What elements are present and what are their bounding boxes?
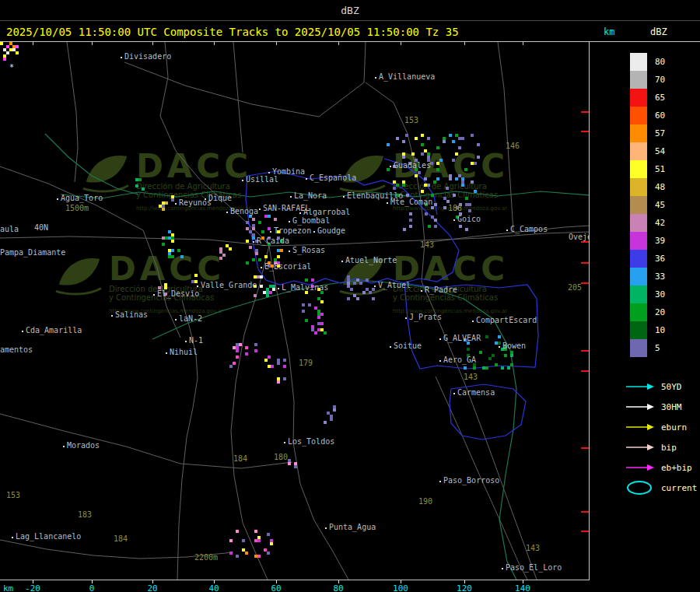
place-label: Aero_GA bbox=[443, 356, 476, 364]
legend-item: current bbox=[625, 478, 697, 498]
town-marker bbox=[387, 202, 388, 204]
place-label: La_Nora bbox=[294, 192, 327, 200]
town-marker bbox=[153, 294, 155, 296]
colorbar-value: 42 bbox=[655, 218, 665, 228]
current-ellipse-icon bbox=[625, 479, 655, 496]
legend-item: 30HM bbox=[625, 397, 697, 417]
colorbar-swatch bbox=[630, 71, 647, 89]
top-axis-tick bbox=[92, 42, 93, 45]
colorbar-value: 51 bbox=[655, 164, 665, 174]
colorbar-swatch bbox=[630, 53, 647, 71]
road-number-label: 184 bbox=[114, 535, 128, 543]
radar-map-canvas[interactable]: DACCDirección de Agriculturay Contingenc… bbox=[0, 42, 590, 580]
road-number-label: 190 bbox=[418, 498, 432, 506]
place-label: Paso_Borroso bbox=[443, 477, 499, 485]
road-number-label: 153 bbox=[6, 492, 20, 499]
range-tick-red bbox=[581, 262, 589, 264]
map-label-layer: *DivisaderoA_VillanuevaAgua_ToroReyunosD… bbox=[0, 42, 589, 580]
place-label: L_Malvinas bbox=[282, 284, 328, 292]
colorbar-value: 30 bbox=[655, 289, 665, 300]
colorbar-swatch bbox=[630, 268, 647, 285]
place-label: Morados bbox=[67, 442, 100, 450]
place-label: Lag_Llancanelo bbox=[16, 533, 81, 541]
road-number-label: 184 bbox=[233, 455, 247, 463]
range-tick-red bbox=[581, 111, 589, 113]
colorbar-value: 48 bbox=[655, 182, 665, 192]
x-axis-label: 20 bbox=[147, 583, 157, 592]
road-number-label: 146 bbox=[506, 142, 520, 150]
legend-item: eburn bbox=[625, 417, 697, 437]
colorbar-level: 20 bbox=[630, 303, 665, 321]
place-label: Soitue bbox=[394, 342, 422, 350]
place-label: aula bbox=[0, 226, 19, 233]
title-bar: 2025/10/05 11:50:00 UTC Composite Tracks… bbox=[0, 22, 700, 42]
place-label: G_bombal bbox=[292, 217, 330, 225]
town-marker bbox=[390, 346, 391, 348]
place-label: Usillal bbox=[246, 176, 278, 184]
town-marker bbox=[499, 346, 500, 348]
x-axis-label: -20 bbox=[25, 583, 40, 592]
place-label: Atuel_Norte bbox=[345, 257, 397, 264]
legend-item: eb+bip bbox=[625, 457, 697, 478]
place-label: N-1 bbox=[189, 337, 203, 345]
place-label: C_Española bbox=[310, 174, 356, 182]
town-marker bbox=[289, 250, 290, 252]
top-axis-tick bbox=[523, 42, 523, 45]
town-marker bbox=[175, 203, 177, 205]
place-label: Bowen bbox=[502, 342, 526, 350]
place-label: Nihuil bbox=[170, 349, 198, 356]
town-marker bbox=[270, 231, 271, 233]
town-marker bbox=[439, 338, 441, 340]
town-marker bbox=[390, 166, 391, 167]
place-label: S_Rosas bbox=[292, 247, 325, 254]
legend-label: current bbox=[661, 483, 697, 493]
colorbar-swatch bbox=[630, 160, 647, 178]
colorbar-value: 57 bbox=[655, 128, 665, 138]
range-tick-red bbox=[581, 282, 589, 284]
range-tick-red bbox=[581, 350, 589, 352]
x-axis-label: 100 bbox=[393, 583, 408, 592]
colorbar-value: 39 bbox=[655, 236, 665, 246]
range-tick-red bbox=[581, 531, 589, 532]
place-label: CompartEscard bbox=[476, 317, 537, 324]
road-number-label: 1500m bbox=[65, 205, 89, 212]
road-number-label: 143 bbox=[526, 545, 540, 552]
colorbar-swatch bbox=[630, 303, 647, 321]
dbz-colorbar: 807065605754514845423936333020105 bbox=[630, 53, 665, 357]
place-label: Los_Toldos bbox=[288, 438, 334, 446]
colorbar-level: 5 bbox=[630, 339, 665, 357]
place-label: Yombina bbox=[272, 168, 305, 176]
eb-bip-arrow-icon bbox=[625, 463, 655, 472]
colorbar-level: 33 bbox=[630, 268, 665, 285]
town-marker bbox=[12, 537, 13, 538]
radar-application-window: dBZ 2025/10/05 11:50:00 UTC Composite Tr… bbox=[0, 0, 700, 592]
30hm-arrow-icon bbox=[625, 402, 655, 412]
x-axis-label: 40 bbox=[208, 583, 219, 592]
colorbar-level: 54 bbox=[630, 142, 665, 160]
colorbar-level: 39 bbox=[630, 232, 665, 250]
town-marker bbox=[63, 446, 65, 447]
colorbar-level: 10 bbox=[630, 321, 665, 339]
range-tick-red bbox=[581, 131, 589, 132]
town-marker bbox=[278, 288, 279, 289]
place-label: Punta_Agua bbox=[329, 524, 376, 531]
town-marker bbox=[325, 527, 327, 529]
colorbar-swatch bbox=[630, 178, 647, 196]
legend-panel: 807065605754514845423936333020105 50YD30… bbox=[590, 42, 700, 580]
colorbar-level: 51 bbox=[630, 160, 665, 178]
road-number-label: 205 bbox=[568, 284, 582, 292]
colorbar-swatch bbox=[630, 339, 647, 357]
colorbar-value: 36 bbox=[655, 254, 665, 264]
colorbar-swatch bbox=[630, 107, 647, 124]
colorbar-value: 60 bbox=[655, 110, 665, 121]
town-marker bbox=[421, 290, 422, 292]
place-label: A_Villanueva bbox=[379, 73, 435, 81]
top-axis-tick bbox=[401, 42, 401, 45]
top-axis-tick bbox=[276, 42, 277, 45]
x-axis-label: 120 bbox=[457, 583, 472, 592]
top-axis-tick bbox=[214, 42, 215, 45]
top-axis-tick bbox=[464, 42, 465, 45]
town-marker bbox=[290, 196, 292, 198]
colorbar-level: 45 bbox=[630, 196, 665, 214]
window-title-text: dBZ bbox=[341, 5, 359, 16]
